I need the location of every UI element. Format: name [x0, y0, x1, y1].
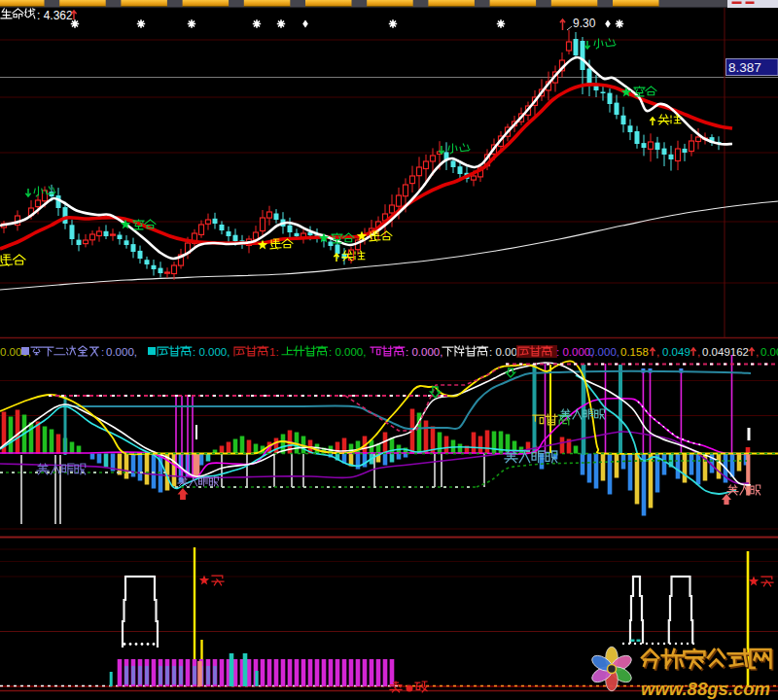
svg-text:,: , [656, 346, 659, 358]
svg-text:0.000,: 0.000, [588, 346, 619, 358]
svg-text:: 0.000,: : 0.000, [329, 346, 366, 358]
svg-text:8.387: 8.387 [728, 60, 761, 75]
svg-text:0.158: 0.158 [620, 346, 649, 358]
svg-text:0.049: 0.049 [662, 346, 690, 358]
svg-text:0.049162: 0.049162 [702, 346, 749, 358]
svg-text:,: , [756, 346, 759, 358]
svg-text:,: , [697, 346, 700, 358]
svg-text:9.30: 9.30 [573, 17, 596, 30]
svg-text::: : [101, 346, 104, 358]
svg-text:0.00: 0.00 [760, 346, 778, 358]
svg-text:1:: 1: [269, 346, 279, 358]
svg-text:: 4.362: : 4.362 [37, 9, 73, 22]
svg-text:0.000,: 0.000, [106, 346, 137, 358]
svg-text:: 0.000,: : 0.000, [193, 346, 230, 358]
svg-text:: 0.00: : 0.00 [489, 346, 517, 358]
svg-text:: 0.000,: : 0.000, [406, 346, 442, 358]
svg-text:www.88gs.com: www.88gs.com [641, 679, 770, 699]
